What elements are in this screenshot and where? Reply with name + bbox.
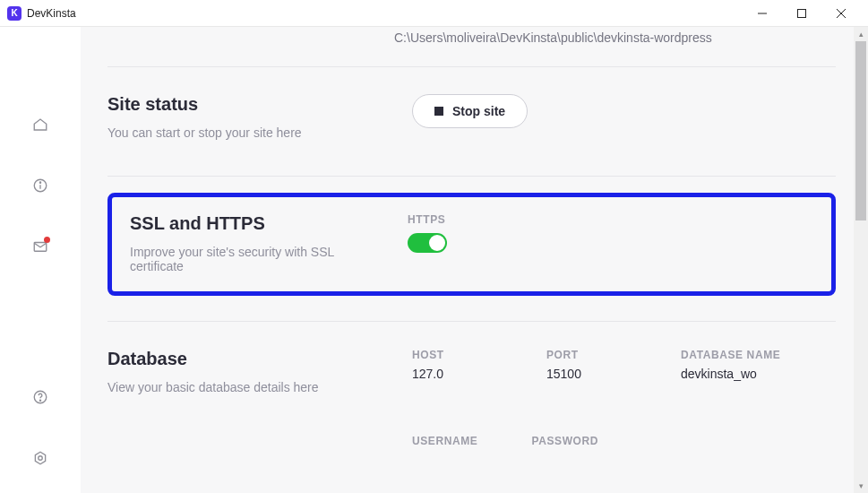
- svg-point-11: [39, 456, 43, 461]
- db-name: DATABASE NAME devkinsta_wo: [681, 349, 780, 381]
- section-database: Database View your basic database detail…: [107, 322, 836, 483]
- db-host-label: HOST: [412, 349, 493, 361]
- db-password-label: PASSWORD: [531, 435, 598, 447]
- window-titlebar: K DevKinsta: [0, 0, 868, 27]
- scrollbar-track[interactable]: ▴ ▾: [854, 27, 868, 493]
- section-site-status: Site status You can start or stop your s…: [107, 67, 836, 176]
- main-content: C:\Users\moliveira\DevKinsta\public\devk…: [81, 27, 868, 493]
- database-title: Database: [107, 349, 394, 369]
- ssl-desc: Improve your site's security with SSL ce…: [130, 245, 390, 273]
- scroll-up-button[interactable]: ▴: [854, 27, 868, 41]
- site-status-title: Site status: [107, 94, 394, 115]
- info-icon[interactable]: [32, 177, 48, 194]
- stop-site-button[interactable]: Stop site: [412, 94, 528, 128]
- scrollbar-thumb[interactable]: [855, 41, 866, 221]
- database-desc: View your basic database details here: [107, 380, 394, 394]
- window-close-button[interactable]: [821, 0, 861, 27]
- toggle-knob: [429, 235, 445, 251]
- notification-dot: [44, 237, 50, 243]
- scroll-down-button[interactable]: ▾: [854, 479, 868, 493]
- svg-point-6: [39, 182, 40, 183]
- app-icon: K: [7, 6, 21, 21]
- svg-point-9: [39, 400, 40, 401]
- site-status-desc: You can start or stop your site here: [107, 125, 394, 140]
- window-maximize-button[interactable]: [782, 0, 821, 27]
- site-path: C:\Users\moliveira\DevKinsta\public\devk…: [107, 27, 836, 66]
- db-username-label: USERNAME: [412, 435, 477, 447]
- db-username: USERNAME PASSWORD: [412, 435, 836, 447]
- db-name-value: devkinsta_wo: [681, 367, 761, 381]
- https-toggle-label: HTTPS: [408, 213, 447, 226]
- mail-icon[interactable]: [32, 238, 48, 255]
- help-icon[interactable]: [32, 389, 48, 405]
- svg-marker-10: [35, 452, 45, 464]
- stop-site-label: Stop site: [452, 104, 505, 118]
- home-icon[interactable]: [32, 117, 48, 133]
- ssl-title: SSL and HTTPS: [130, 213, 390, 234]
- db-host-value: 127.0: [412, 367, 493, 381]
- window-minimize-button[interactable]: [743, 0, 782, 27]
- sidebar: [0, 27, 81, 493]
- window-title: DevKinsta: [27, 7, 76, 20]
- stop-icon: [434, 107, 443, 116]
- https-toggle[interactable]: [408, 233, 447, 253]
- settings-icon[interactable]: [32, 450, 48, 466]
- db-port: PORT 15100: [546, 349, 627, 381]
- svg-rect-1: [798, 9, 806, 17]
- db-port-value: 15100: [546, 367, 627, 381]
- section-ssl-https: SSL and HTTPS Improve your site's securi…: [107, 193, 836, 296]
- db-port-label: PORT: [546, 349, 627, 361]
- db-host: HOST 127.0: [412, 349, 493, 381]
- db-name-label: DATABASE NAME: [681, 349, 780, 361]
